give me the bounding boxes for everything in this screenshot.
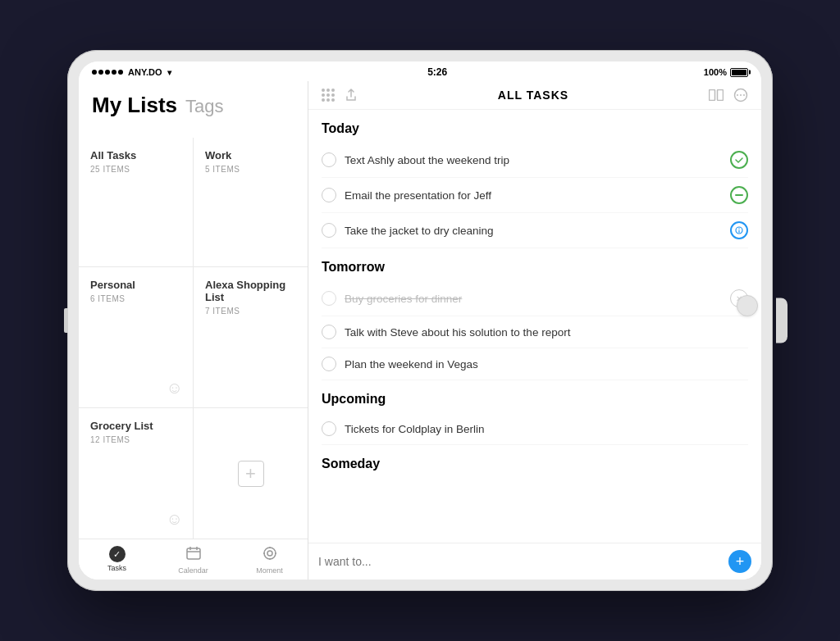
list-item-personal[interactable]: Personal 6 ITEMS ☺ [79,267,193,408]
main-panel: ALL TASKS [308,81,761,580]
nav-item-moment[interactable]: Moment [231,539,308,580]
more-icon[interactable] [733,88,748,102]
main-title: ALL TASKS [358,89,709,102]
svg-rect-10 [710,90,715,101]
list-item-work[interactable]: Work 5 ITEMS [194,138,308,266]
task-checkbox[interactable] [322,325,336,339]
task-text: Buy groceries for dinner [345,293,722,305]
task-checkbox[interactable] [322,188,336,202]
list-count: 7 ITEMS [205,307,296,316]
section-tomorrow: Tomorrow [322,248,748,281]
scroll-handle[interactable] [737,295,758,316]
main-toolbar: ALL TASKS [308,81,761,110]
sidebar-title: My Lists [92,93,177,118]
columns-icon[interactable] [709,89,724,101]
section-today: Today [322,110,748,143]
list-name: All Tasks [90,149,181,161]
nav-label-moment: Moment [256,566,283,575]
task-list: Today Text Ashly about the weekend trip … [308,110,761,543]
task-text: Plan the weekend in Vegas [345,358,748,371]
svg-point-4 [264,548,276,559]
battery-percent: 100% [704,67,727,77]
task-checkbox[interactable] [322,357,336,371]
bottom-nav: ✓ Tasks Calendar [79,539,308,580]
sidebar: My Lists Tags All Tasks 25 ITEMS Work 5 … [79,81,308,580]
device-shell: ANY.DO ▾ 5:26 100% My Lists Tags [67,50,773,591]
list-icon: ☺ [167,510,183,529]
list-count: 5 ITEMS [205,165,296,174]
task-item: Email the presentation for Jeff [322,178,748,213]
list-item-grocery[interactable]: Grocery List 12 ITEMS ☺ [79,408,193,539]
grid-view-icon[interactable] [322,89,335,102]
svg-point-15 [743,94,745,96]
list-item-all-tasks[interactable]: All Tasks 25 ITEMS [79,138,193,266]
task-checkbox[interactable] [322,152,336,167]
nav-label-calendar: Calendar [178,566,208,575]
list-count: 12 ITEMS [90,435,181,444]
nav-item-calendar[interactable]: Calendar [155,539,231,580]
side-button [64,308,68,333]
app-content: My Lists Tags All Tasks 25 ITEMS Work 5 … [79,81,761,580]
list-name: Personal [90,279,181,291]
share-icon[interactable] [345,89,358,102]
moment-icon [262,546,277,565]
status-right: 100% [704,67,748,77]
list-name: Work [205,149,296,161]
section-upcoming: Upcoming [322,380,748,413]
svg-rect-0 [187,548,200,559]
svg-point-5 [267,551,272,556]
list-icon: ☺ [167,379,183,398]
svg-rect-11 [718,90,724,101]
add-list-button[interactable]: + [194,408,308,539]
lists-grid: All Tasks 25 ITEMS Work 5 ITEMS Personal… [79,138,308,539]
task-text: Text Ashly about the weekend trip [345,154,722,166]
status-left: ANY.DO ▾ [92,67,171,77]
list-name: Grocery List [90,420,181,432]
list-count: 25 ITEMS [90,165,181,174]
task-item: Take the jacket to dry cleaning [322,213,748,248]
signal-indicator [92,70,123,75]
task-action-info[interactable] [730,221,748,239]
task-item: Plan the weekend in Vegas [322,348,748,380]
wifi-icon: ▾ [167,68,171,77]
sidebar-header: My Lists Tags [79,81,308,138]
task-action-complete[interactable] [730,151,748,169]
calendar-icon [186,546,201,565]
svg-point-14 [737,94,738,96]
list-count: 6 ITEMS [90,294,181,303]
add-task-button[interactable]: + [728,550,751,573]
carrier-label: ANY.DO [128,67,162,77]
task-action-flag[interactable] [730,186,748,204]
clock: 5:26 [427,66,447,78]
sidebar-tags-label: Tags [185,96,223,117]
task-text: Tickets for Coldplay in Berlin [345,423,748,435]
device-screen: ANY.DO ▾ 5:26 100% My Lists Tags [79,61,761,580]
svg-point-13 [740,94,742,96]
tasks-checkmark-icon: ✓ [109,546,126,562]
task-item: Tickets for Coldplay in Berlin [322,413,748,445]
toolbar-right [709,88,748,102]
nav-item-tasks[interactable]: ✓ Tasks [79,539,155,580]
section-someday: Someday [322,445,748,478]
task-input[interactable] [318,555,720,568]
input-bar: + [308,543,761,580]
task-item: Text Ashly about the weekend trip [322,143,748,178]
list-name: Alexa Shopping List [205,279,296,303]
task-checkbox[interactable] [322,291,336,306]
sidebar-title-row: My Lists Tags [92,93,294,118]
task-item: Talk with Steve about his solution to th… [322,316,748,348]
task-checkbox[interactable] [322,223,336,238]
toolbar-left [322,89,358,102]
home-button[interactable] [776,298,788,343]
battery-icon [730,68,748,77]
list-item-alexa[interactable]: Alexa Shopping List 7 ITEMS [194,267,308,408]
task-item: Buy groceries for dinner ✕ [322,281,748,316]
plus-icon: + [238,461,264,487]
task-text: Email the presentation for Jeff [345,189,722,202]
task-text: Talk with Steve about his solution to th… [345,326,748,339]
status-bar: ANY.DO ▾ 5:26 100% [79,61,761,81]
task-checkbox[interactable] [322,421,336,436]
task-text: Take the jacket to dry cleaning [345,225,722,237]
nav-label-tasks: Tasks [107,564,126,572]
svg-point-18 [738,228,739,229]
